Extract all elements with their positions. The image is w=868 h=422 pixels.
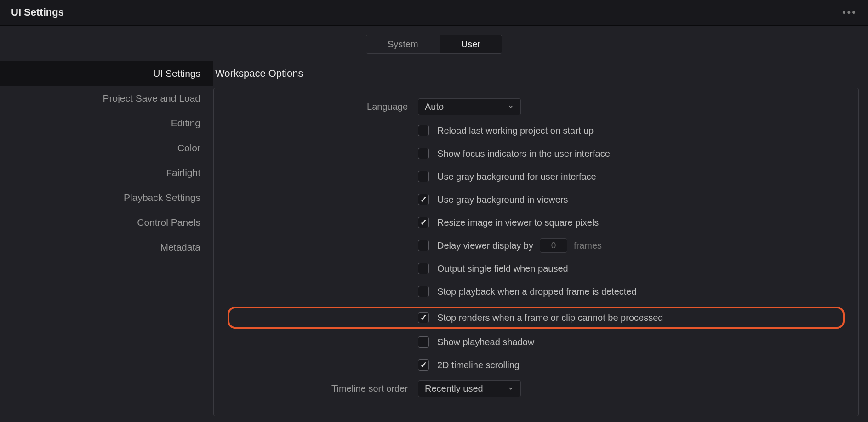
checkbox-label-resize: Resize image in viewer to square pixels [437, 217, 599, 228]
checkbox-delay[interactable] [418, 240, 429, 251]
checkbox-row-outputsingle: Output single field when paused [228, 261, 845, 276]
sidebar-item-color[interactable]: Color [0, 136, 213, 160]
checkbox-row-timeline2d: 2D timeline scrolling [228, 357, 845, 373]
checkbox-focus[interactable] [418, 148, 429, 159]
checkbox-stopplayback[interactable] [418, 286, 429, 297]
sidebar-item-fairlight[interactable]: Fairlight [0, 160, 213, 185]
sidebar-item-project-save[interactable]: Project Save and Load [0, 86, 213, 111]
checkbox-row-reload: Reload last working project on start up [228, 123, 845, 138]
checkbox-stoprenders[interactable] [418, 312, 429, 323]
checkbox-label-playhead: Show playhead shadow [437, 337, 534, 348]
checkbox-label-focus: Show focus indicators in the user interf… [437, 148, 610, 159]
delay-suffix: frames [574, 240, 602, 251]
sidebar-item-metadata[interactable]: Metadata [0, 235, 213, 260]
checkbox-label-delay: Delay viewer display by [437, 240, 533, 251]
main: UI Settings Project Save and Load Editin… [0, 61, 868, 416]
sort-dropdown[interactable]: Recently used [418, 380, 521, 397]
checkbox-row-resize: Resize image in viewer to square pixels [228, 215, 845, 230]
sort-value: Recently used [425, 383, 483, 394]
checkbox-timeline2d[interactable] [418, 359, 429, 371]
more-icon[interactable]: ••• [842, 6, 857, 18]
sidebar-item-editing[interactable]: Editing [0, 111, 213, 136]
section-title: Workspace Options [213, 61, 868, 88]
checkbox-label-stoprenders: Stop renders when a frame or clip cannot… [437, 313, 663, 323]
checkbox-row-stopplayback: Stop playback when a dropped frame is de… [228, 284, 845, 299]
content: Workspace Options Language Auto Reload l… [213, 61, 868, 416]
header: UI Settings ••• [0, 0, 868, 26]
options-box: Language Auto Reload last working projec… [213, 88, 859, 416]
checkbox-row-stoprenders: Stop renders when a frame or clip cannot… [228, 307, 845, 329]
checkbox-row-delay: Delay viewer display by frames [228, 238, 845, 253]
language-dropdown[interactable]: Auto [418, 98, 521, 115]
tab-user[interactable]: User [440, 35, 502, 53]
sort-label: Timeline sort order [228, 383, 418, 394]
language-label: Language [228, 102, 418, 112]
checkbox-label-timeline2d: 2D timeline scrolling [437, 360, 520, 371]
checkbox-resize[interactable] [418, 217, 429, 228]
checkbox-label-grayviewer: Use gray background in viewers [437, 194, 568, 205]
tab-strip: System User [0, 26, 868, 61]
sidebar: UI Settings Project Save and Load Editin… [0, 61, 213, 416]
chevron-down-icon [508, 383, 514, 394]
page-title: UI Settings [11, 6, 64, 18]
language-value: Auto [425, 102, 444, 112]
checkbox-reload[interactable] [418, 125, 429, 136]
delay-input[interactable] [540, 238, 567, 253]
language-row: Language Auto [228, 98, 845, 115]
sidebar-item-control-panels[interactable]: Control Panels [0, 210, 213, 235]
sidebar-item-playback[interactable]: Playback Settings [0, 185, 213, 210]
tab-group: System User [366, 35, 502, 54]
checkbox-row-grayviewer: Use gray background in viewers [228, 192, 845, 207]
checkbox-label-graybg: Use gray background for user interface [437, 171, 596, 182]
checkbox-row-focus: Show focus indicators in the user interf… [228, 146, 845, 161]
checkbox-row-graybg: Use gray background for user interface [228, 169, 845, 184]
checkbox-label-outputsingle: Output single field when paused [437, 263, 568, 274]
checkbox-row-playhead: Show playhead shadow [228, 334, 845, 350]
tab-system[interactable]: System [366, 35, 440, 53]
chevron-down-icon [508, 102, 514, 112]
checkbox-label-reload: Reload last working project on start up [437, 125, 594, 136]
checkbox-grayviewer[interactable] [418, 194, 429, 205]
checkbox-outputsingle[interactable] [418, 263, 429, 274]
checkbox-label-stopplayback: Stop playback when a dropped frame is de… [437, 286, 637, 297]
checkbox-graybg[interactable] [418, 171, 429, 182]
checkbox-playhead[interactable] [418, 336, 429, 348]
sidebar-item-ui-settings[interactable]: UI Settings [0, 61, 213, 86]
sort-row: Timeline sort order Recently used [228, 380, 845, 397]
